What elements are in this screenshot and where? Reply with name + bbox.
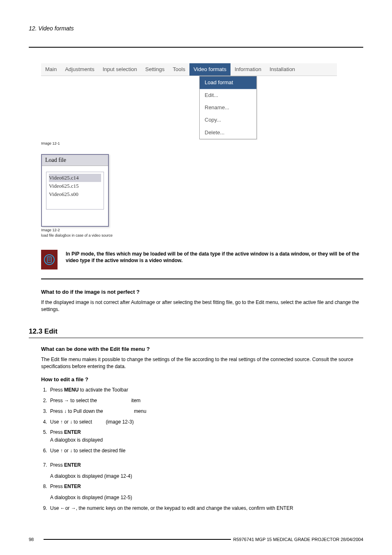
dropdown-load-format[interactable]: Load format [200, 76, 256, 89]
list-item[interactable]: Video625.c14 [49, 174, 101, 182]
section-12-3-rule [29, 338, 363, 338]
paragraph-imperfect: If the displayed image is not correct af… [41, 299, 363, 313]
note-block: In PiP mode, the files which may be load… [41, 250, 363, 269]
video-formats-dropdown: Load format Edit... Rename... Copy... De… [199, 76, 257, 139]
step-3: Press ↓ to Pull down the menu [48, 408, 363, 415]
dropdown-copy[interactable]: Copy... [200, 114, 256, 126]
load-file-list[interactable]: Video625.c14 Video625.c15 Video625.s00 [46, 172, 104, 210]
step-6: Use ↑ or ↓ to select the desired file [48, 447, 363, 454]
menu-input-selection[interactable]: Input selection [99, 63, 141, 76]
figure-12-2-caption-a: Image 12-2 [41, 228, 363, 233]
note-rule [41, 279, 363, 279]
step-7: Press ENTER A dialogbox is displayed (im… [48, 462, 363, 480]
list-item[interactable]: Video625.s00 [49, 190, 101, 198]
chapter-header: 12. Video formats [29, 25, 363, 35]
menu-video-formats[interactable]: Video formats [189, 63, 231, 76]
step-8: Press ENTER A dialogbox is displayed (im… [48, 483, 363, 501]
section-12-3-title: 12.3 Edit [29, 327, 363, 338]
dropdown-delete[interactable]: Delete... [200, 127, 256, 139]
load-file-dialog: Load file Video625.c14 Video625.c15 Vide… [41, 154, 109, 227]
step-9: Use ←or →, the numeric keys on the remot… [48, 505, 363, 512]
subheading-edit-what: What can be done with the Edit file menu… [41, 345, 363, 353]
menu-main[interactable]: Main [41, 63, 61, 76]
dropdown-rename[interactable]: Rename... [200, 101, 256, 114]
paragraph-edit-what: The Edit file menu makes it possible to … [41, 356, 363, 370]
footer-rule [44, 539, 231, 540]
subheading-edit-how: How to edit a file ? [41, 376, 363, 383]
page-footer: 98 R5976741 MGP 15 MEDICAL GRADE PROJECT… [29, 537, 363, 543]
note-icon [41, 250, 58, 269]
step-5: Press ENTER A dialogbox is displayed [48, 429, 363, 444]
header-rule [29, 47, 363, 48]
load-file-title: Load file [42, 155, 108, 166]
menubar: Main Adjustments Input selection Setting… [41, 63, 337, 76]
menu-installation[interactable]: Installation [265, 63, 299, 76]
menu-information[interactable]: Information [231, 63, 265, 76]
menu-adjustments[interactable]: Adjustments [61, 63, 99, 76]
svg-rect-1 [47, 257, 51, 263]
footer-text: R5976741 MGP 15 MEDICAL GRADE PROJECTOR … [233, 537, 364, 543]
page-number: 98 [29, 537, 41, 543]
list-item[interactable]: Video625.c15 [49, 182, 101, 190]
step-4: Use ↑ or ↓ to select (image 12-3) [48, 419, 363, 426]
steps-list: Press MENU to activate the Toolbar Press… [48, 387, 363, 512]
subheading-imperfect: What to do if the image is not perfect ? [41, 288, 363, 296]
chapter-title: 12. Video formats [29, 25, 74, 32]
menu-tools[interactable]: Tools [169, 63, 189, 76]
menu-settings[interactable]: Settings [141, 63, 169, 76]
figure-12-2-caption-b: load file dialogbox in case of a video s… [41, 233, 363, 238]
step-2: Press → to select the item [48, 397, 363, 404]
note-text: In PiP mode, the files which may be load… [66, 250, 363, 265]
figure-12-1-caption: Image 12-1 [41, 141, 363, 146]
figure-12-1: Main Adjustments Input selection Setting… [41, 63, 363, 139]
step-1: Press MENU to activate the Toolbar [48, 387, 363, 394]
dropdown-edit[interactable]: Edit... [200, 89, 256, 101]
svg-point-0 [44, 255, 54, 265]
